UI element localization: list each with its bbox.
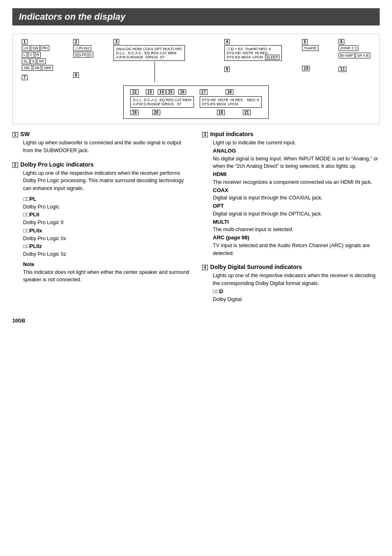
tag-lfe: ((((LFE)))) bbox=[73, 52, 93, 58]
dl-right-neo: NEO: 6 bbox=[247, 98, 259, 106]
tag-sw: SW bbox=[31, 45, 40, 51]
seg4-line3: DTS-ES 96/24 LPCM SLEEP bbox=[227, 55, 279, 59]
dl-nums-bot: 19 20 bbox=[130, 110, 194, 115]
section-4-heading: Dolby Digital Surround indicators bbox=[210, 264, 302, 270]
page-title: Indicators on the display bbox=[12, 8, 380, 25]
section-4-subitems: □□D Dolby Digital bbox=[213, 287, 380, 303]
section-4-num: 4 bbox=[202, 265, 208, 270]
seg4-line1: □□D + EX TrueHD NEO: 6 bbox=[227, 47, 279, 51]
dl-num-13: 13 bbox=[146, 89, 154, 95]
section-2-header: 2 Dolby Pro Logic indicators bbox=[12, 161, 190, 168]
tag-sb: SB bbox=[33, 65, 41, 71]
section-3-heading: Input indicators bbox=[210, 131, 254, 137]
diagram-seg1-row2: L C R bbox=[22, 52, 41, 58]
section-2-num: 2 bbox=[12, 162, 18, 168]
dl-num-12: 12 bbox=[130, 89, 138, 95]
sub-pliiz: □□PLIIz Dolby Pro Logic IIz bbox=[23, 242, 190, 258]
dl-num-20: 20 bbox=[152, 110, 160, 115]
tag-s: S bbox=[30, 58, 36, 64]
sub-plii-text: Dolby Pro Logic II bbox=[23, 219, 190, 227]
sub-pliiz-label: □□PLIIz bbox=[23, 243, 42, 249]
dl-right-nums-bot: 18 21 bbox=[200, 110, 262, 115]
sub-multi-label: MULTI bbox=[213, 219, 229, 225]
dl-num-21: 21 bbox=[243, 110, 251, 115]
section-1: 1 SW Lights up when subwoofer is connect… bbox=[12, 131, 190, 155]
diagram-seg-3: 3 ANALOG HDMI COAX OPT MULTI ARC D.L.L. … bbox=[113, 39, 204, 82]
sub-analog-text: No digital signal is being input. When I… bbox=[213, 155, 380, 171]
sub-multi: MULTI The multi-channel input is selecte… bbox=[213, 218, 380, 234]
sub-coax-text: Digital signal is input through the COAX… bbox=[213, 194, 380, 202]
diagram-lower: 12 13 14 15 16 D.L.L. D.C.A.C. EQ RDS CA… bbox=[18, 86, 374, 119]
diagram-num-7: 7 bbox=[22, 75, 28, 80]
section-2-text: Lights up one of the respective indicato… bbox=[23, 169, 190, 192]
diagram-seg-4: 4 □□D + EX TrueHD NEO: 6 DTS-HD MSTR HI … bbox=[224, 39, 282, 72]
sub-analog: ANALOG No digital signal is being input.… bbox=[213, 147, 380, 170]
sub-opt-text: Digital signal is input through the OPTI… bbox=[213, 210, 380, 218]
dl-nums-top: 12 13 14 15 16 bbox=[130, 89, 194, 95]
diagram-num-8: 8 bbox=[73, 72, 79, 78]
section-1-text: Lights up when subwoofer is connected an… bbox=[23, 139, 190, 155]
section-1-num: 1 bbox=[12, 132, 18, 137]
section-3-text: Light up to indicate the current input. bbox=[213, 139, 380, 147]
tag-sl: SL bbox=[22, 58, 30, 64]
diagram-num-1: 1 bbox=[22, 39, 28, 44]
section-2-subitems: □□PL Dolby Pro Logic □□PLII Dolby Pro Lo… bbox=[23, 195, 190, 258]
sub-pl-text: Dolby Pro Logic bbox=[23, 203, 190, 211]
tag-zone23: ZONE 2 3 bbox=[339, 45, 358, 51]
sub-analog-label: ANALOG bbox=[213, 148, 236, 154]
sub-pliix-text: Dolby Pro Logic IIx bbox=[23, 235, 190, 243]
tag-sbr: SBR bbox=[42, 65, 53, 71]
seg6-row2: BI-AMP SP A B bbox=[339, 53, 370, 58]
diagram-num-9: 9 bbox=[224, 67, 230, 72]
sub-arc-label: ARC (page 98) bbox=[213, 234, 249, 241]
dl-right-main: DTS-HD MSTR HI RES DTS-ES 96/24 LPCM bbox=[202, 98, 243, 106]
dl-num-17: 17 bbox=[200, 89, 208, 95]
section-1-header: 1 SW bbox=[12, 131, 190, 137]
diagram-num-3: 3 bbox=[113, 39, 119, 44]
note-title: Note bbox=[23, 261, 190, 269]
diagram-seg-1: 1 LH SW RH L C R SL S SR SBL bbox=[22, 39, 53, 80]
section-3: 3 Input indicators Light up to indicate … bbox=[202, 131, 380, 257]
diagram-lower-inner: 12 13 14 15 16 D.L.L. D.C.A.C. EQ RDS CA… bbox=[123, 86, 268, 119]
tag-spab: SP A B bbox=[355, 53, 370, 58]
sub-hdmi-text: The receiver recognizes a component conn… bbox=[213, 178, 380, 186]
sub-hdmi: HDMI The receiver recognizes a component… bbox=[213, 170, 380, 186]
sub-multi-text: The multi-channel input is selected. bbox=[213, 226, 380, 234]
section-2-body: Lights up one of the respective indicato… bbox=[23, 169, 190, 284]
section-3-num: 3 bbox=[202, 132, 208, 137]
dl-seg-right: 17 18 DTS-HD MSTR HI RES DTS-ES 96/24 LP… bbox=[200, 89, 262, 115]
page-number: 10GB bbox=[12, 318, 380, 324]
section-2-note: Note This indicator does not light when … bbox=[23, 261, 190, 284]
sub-plii: □□PLII Dolby Pro Logic II bbox=[23, 211, 190, 227]
seg3-line2: D.L.L. D.C.A.C. EQ RDS CAT MEM bbox=[116, 51, 182, 55]
diagram-upper-row: 1 LH SW RH L C R SL S SR SBL bbox=[18, 39, 374, 82]
sub-pliix: □□PLIIx Dolby Pro Logic IIx bbox=[23, 227, 190, 243]
section-2: 2 Dolby Pro Logic indicators Lights up o… bbox=[12, 161, 190, 284]
sub-arc-text: TV input is selected and the Audio Retur… bbox=[213, 242, 380, 257]
sub-pliiz-text: Dolby Pro Logic IIz bbox=[23, 250, 190, 258]
dl-line2: A.P.M D.RANGE SIRIUS ST bbox=[133, 102, 191, 106]
tag-sr: SR bbox=[37, 58, 46, 64]
dl-num-16: 16 bbox=[178, 89, 186, 95]
diagram-seg-5: 5 TrueHD 10 bbox=[302, 39, 318, 71]
diagram-num-11: 11 bbox=[339, 67, 346, 72]
sub-pliix-label: □□PLIIx bbox=[23, 227, 42, 234]
sub-coax-label: COAX bbox=[213, 187, 228, 193]
section-2-heading: Dolby Pro Logic indicators bbox=[21, 161, 94, 168]
seg3-line3: A.P.M D.RANGE SIRIUS ST bbox=[116, 55, 182, 59]
section-3-subitems: ANALOG No digital signal is being input.… bbox=[213, 147, 380, 257]
tag-pliixy: □□PLIIxz bbox=[73, 45, 91, 51]
diagram-seg1-row4: SBL SB SBR bbox=[22, 65, 53, 71]
sub-dd-label: □□D bbox=[213, 288, 223, 294]
dl-num-19: 19 bbox=[130, 110, 138, 115]
diagram-seg-6: 6 ZONE 2 3 BI-AMP SP A B 11 bbox=[339, 39, 370, 72]
diagram-num-6: 6 bbox=[339, 39, 344, 44]
section-4-body: Lights up one of the respective indicato… bbox=[213, 272, 380, 303]
tag-truehd: TrueHD bbox=[302, 45, 318, 51]
diagram-seg1-row3: SL S SR bbox=[22, 58, 46, 64]
col-right: 3 Input indicators Light up to indicate … bbox=[202, 131, 380, 310]
dl-num-15: 15 bbox=[166, 89, 174, 95]
diagram-seg-2: 2 □□PLIIxz ((((LFE)))) 8 bbox=[73, 39, 93, 78]
dl-line1: D.L.L. D.C.A.C. EQ RDS CAT MEM bbox=[133, 98, 191, 102]
sub-dd-text: Dolby Digital bbox=[213, 296, 380, 303]
